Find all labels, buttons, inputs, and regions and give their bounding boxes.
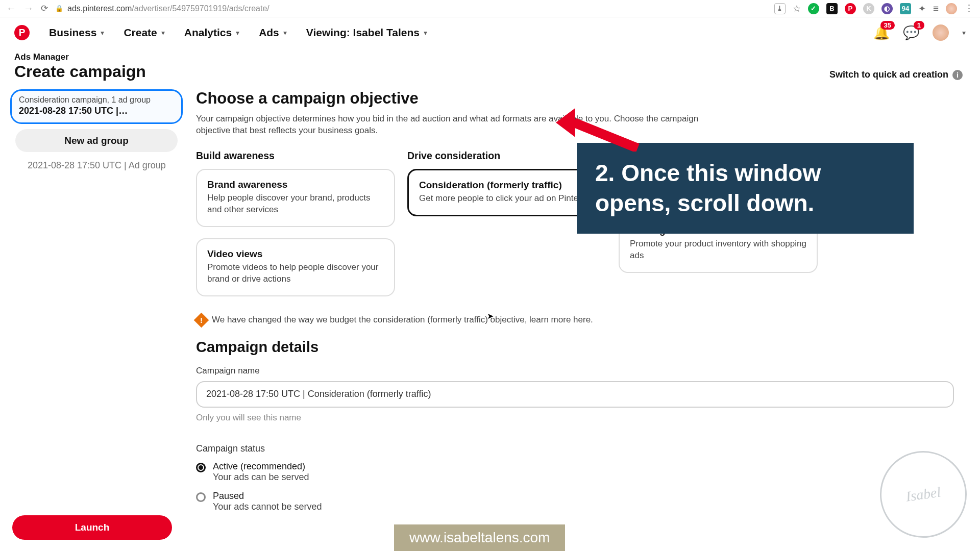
url-bar[interactable]: ads.pinterest.com/advertiser/54975970191… [67, 4, 270, 13]
chevron-down-icon: ▾ [424, 29, 427, 37]
install-icon[interactable]: ⤓ [774, 3, 786, 14]
extension-icon[interactable]: ◐ [881, 3, 893, 14]
radio-icon [196, 492, 206, 502]
refresh-icon[interactable]: ⟳ [41, 3, 48, 14]
lock-icon: 🔒 [55, 5, 63, 12]
switch-label: Switch to quick ad creation [829, 69, 948, 80]
svg-rect-1 [572, 118, 639, 152]
nav-analytics[interactable]: Analytics▾ [184, 27, 239, 39]
extension-icon[interactable]: B [826, 3, 838, 14]
card-desc: Help people discover your brand, product… [207, 192, 384, 216]
warning-icon: ! [194, 312, 209, 328]
extensions-icon[interactable]: ✦ [918, 3, 926, 14]
browser-chrome: ← → ⟳ 🔒 ads.pinterest.com/advertiser/549… [0, 0, 980, 17]
extension-icon[interactable]: ✓ [808, 3, 819, 14]
campaign-name-hint: Only you will see this name [196, 413, 966, 423]
radio-title: Active (recommended) [213, 461, 309, 472]
info-icon: i [952, 70, 963, 80]
radio-title: Paused [213, 491, 322, 502]
star-icon[interactable]: ☆ [793, 3, 801, 14]
card-title: Consideration (formerly traffic) [419, 180, 595, 191]
card-desc: Promote videos to help people discover y… [207, 262, 384, 285]
objective-brand-awareness[interactable]: Brand awareness Help people discover you… [196, 169, 395, 227]
svg-marker-0 [556, 108, 575, 137]
card-title: Video views [207, 248, 384, 260]
status-active[interactable]: Active (recommended) Your ads can be ser… [196, 461, 966, 483]
url-path: /advertiser/549759701919/ads/create/ [132, 4, 270, 13]
sidebar-ad-group-row[interactable]: 2021-08-28 17:50 UTC | Ad group [10, 152, 183, 171]
nav-business[interactable]: Business▾ [49, 27, 104, 39]
status-paused[interactable]: Paused Your ads cannot be served [196, 491, 966, 512]
campaign-name-label: Campaign name [196, 366, 966, 376]
switch-quick-creation[interactable]: Switch to quick ad creation i [829, 69, 963, 80]
reading-list-icon[interactable]: ≡ [933, 3, 939, 14]
launch-button[interactable]: Launch [12, 515, 172, 540]
nav-create[interactable]: Create▾ [124, 27, 164, 39]
top-nav: P Business▾ Create▾ Analytics▾ Ads▾ View… [0, 17, 980, 48]
chevron-down-icon: ▾ [161, 29, 165, 37]
nav-ads[interactable]: Ads▾ [259, 27, 287, 39]
extension-icon[interactable]: 94 [900, 3, 911, 14]
callout-text: 2. Once this window opens, scroll down. [595, 158, 895, 218]
notifications-badge: 35 [880, 21, 895, 30]
pinterest-logo-icon[interactable]: P [14, 25, 30, 40]
objective-heading: Choose a campaign objective [196, 89, 966, 108]
radio-sub: Your ads cannot be served [213, 502, 322, 512]
forward-icon[interactable]: → [23, 3, 34, 14]
messages-badge: 1 [914, 21, 924, 30]
messages-icon[interactable]: 💬1 [903, 25, 919, 41]
card-title: Brand awareness [207, 179, 384, 190]
back-icon[interactable]: ← [6, 3, 16, 14]
details-heading: Campaign details [196, 339, 966, 356]
campaign-name: 2021-08-28 17:50 UTC |… [19, 106, 174, 116]
instruction-callout: 2. Once this window opens, scroll down. [577, 143, 914, 234]
budget-change-notice[interactable]: ! We have changed the way we budget the … [196, 315, 966, 325]
notifications-icon[interactable]: 🔔35 [873, 25, 890, 41]
campaign-name-input[interactable] [196, 381, 954, 408]
new-ad-group-button[interactable]: New ad group [15, 129, 178, 152]
watermark-bar: www.isabeltalens.com [394, 524, 565, 551]
radio-icon [196, 463, 206, 472]
pinterest-icon[interactable]: P [845, 3, 856, 14]
nav-viewing[interactable]: Viewing: Isabel Talens▾ [306, 27, 427, 39]
chevron-down-icon[interactable]: ▾ [962, 29, 966, 37]
campaign-status-label: Campaign status [196, 443, 966, 454]
column-build-awareness: Build awareness [196, 150, 395, 162]
notice-text: We have changed the way we budget the co… [212, 315, 593, 325]
url-host: ads.pinterest.com [67, 4, 132, 13]
chevron-down-icon: ▾ [101, 29, 104, 37]
avatar[interactable] [933, 24, 949, 41]
breadcrumb: Ads Manager [14, 52, 146, 62]
kebab-icon[interactable]: ⋮ [964, 3, 974, 14]
objective-video-views[interactable]: Video views Promote videos to help peopl… [196, 238, 395, 296]
extension-icon[interactable]: K [863, 3, 874, 14]
profile-avatar[interactable] [946, 3, 957, 14]
annotation-arrow-icon [556, 108, 643, 152]
chevron-down-icon: ▾ [236, 29, 239, 37]
page-title: Create campaign [14, 62, 146, 81]
campaign-sidebar: Consideration campaign, 1 ad group 2021-… [10, 89, 183, 520]
card-desc: Promote your product inventory with shop… [630, 238, 806, 262]
campaign-subtitle: Consideration campaign, 1 ad group [19, 95, 174, 105]
radio-sub: Your ads can be served [213, 472, 309, 483]
chevron-down-icon: ▾ [283, 29, 287, 37]
cursor-icon: ➤ [487, 311, 494, 321]
campaign-card[interactable]: Consideration campaign, 1 ad group 2021-… [10, 89, 183, 124]
card-desc: Get more people to click your ad on Pint… [419, 193, 595, 205]
